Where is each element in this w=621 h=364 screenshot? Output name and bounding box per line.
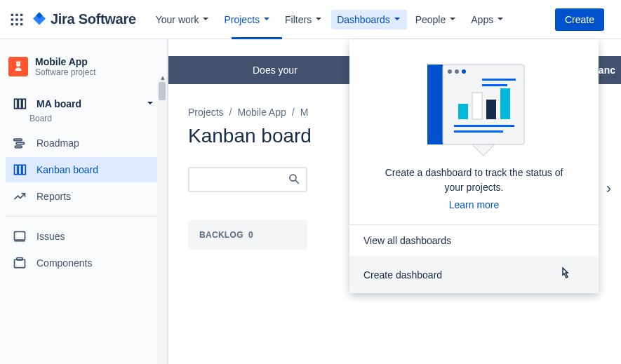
roadmap-icon (13, 136, 29, 150)
sidebar-scrollbar[interactable]: ▲ (157, 78, 167, 364)
svg-rect-5 (20, 18, 22, 20)
components-icon (13, 256, 29, 270)
sidebar-item-roadmap[interactable]: Roadmap (6, 130, 161, 156)
chevron-right-icon[interactable]: › (606, 180, 611, 198)
chevron-down-icon (393, 14, 401, 25)
chevron-down-icon (496, 14, 505, 25)
breadcrumb-item[interactable]: Projects (188, 107, 224, 118)
breadcrumb-item[interactable]: Mobile App (237, 107, 286, 118)
nav-dashboards[interactable]: Dashboards (331, 10, 407, 29)
scrollbar-thumb[interactable] (159, 82, 166, 100)
board-subtitle: Board (29, 114, 161, 123)
svg-rect-36 (458, 104, 468, 119)
svg-rect-8 (20, 23, 22, 25)
cursor-pointer-icon (558, 266, 572, 283)
jira-logo[interactable]: Jira Software (31, 11, 136, 28)
svg-point-25 (290, 175, 296, 181)
svg-rect-11 (16, 62, 20, 63)
project-icon (8, 57, 28, 76)
search-box[interactable] (188, 167, 307, 192)
chevron-down-icon (314, 14, 323, 25)
sidebar-item-label: Components (36, 257, 92, 269)
search-icon[interactable] (288, 173, 300, 187)
svg-rect-14 (22, 99, 25, 108)
sidebar-item-label: Roadmap (36, 137, 79, 149)
nav-apps[interactable]: Apps (465, 10, 510, 29)
dropdown-view-all-dashboards[interactable]: View all dashboards (349, 225, 599, 256)
sidebar: Mobile App Software project MA board Boa… (0, 39, 168, 364)
svg-rect-37 (472, 93, 482, 119)
svg-rect-12 (15, 99, 18, 108)
svg-point-31 (462, 69, 466, 74)
sidebar-item-label: Reports (36, 191, 71, 202)
svg-rect-32 (482, 79, 516, 81)
svg-rect-23 (15, 259, 25, 268)
svg-rect-21 (15, 231, 25, 240)
chevron-down-icon (201, 14, 210, 25)
svg-rect-6 (11, 23, 13, 25)
chevron-down-icon (262, 14, 271, 25)
svg-rect-0 (11, 13, 13, 15)
chevron-down-icon (146, 98, 154, 109)
top-nav: Jira Software Your work Projects Filters… (0, 0, 621, 39)
svg-rect-33 (482, 84, 507, 86)
project-header[interactable]: Mobile App Software project (0, 56, 167, 91)
create-button[interactable]: Create (555, 8, 604, 31)
nav-people[interactable]: People (410, 10, 463, 29)
sidebar-item-kanban[interactable]: Kanban board (6, 157, 161, 182)
sidebar-item-reports[interactable]: Reports (6, 184, 161, 209)
svg-point-29 (448, 69, 452, 74)
sidebar-item-label: Kanban board (36, 164, 98, 175)
app-switcher-icon[interactable] (8, 11, 25, 28)
board-icon (13, 163, 29, 177)
nav-your-work[interactable]: Your work (150, 10, 216, 29)
svg-rect-38 (486, 100, 496, 119)
svg-rect-15 (14, 139, 22, 141)
svg-rect-1 (15, 13, 18, 15)
svg-line-26 (295, 180, 299, 184)
scroll-up-icon: ▲ (159, 74, 166, 81)
svg-rect-16 (16, 142, 25, 144)
sidebar-item-issues[interactable]: Issues (6, 224, 161, 249)
svg-rect-27 (427, 65, 443, 144)
svg-rect-18 (15, 165, 18, 174)
column-count: 0 (248, 230, 253, 240)
dashboards-dropdown: Create a dashboard to track the status o… (349, 39, 599, 293)
sidebar-board-header[interactable]: MA board (6, 91, 161, 116)
sidebar-item-components[interactable]: Components (6, 250, 161, 276)
dashboard-illustration (349, 39, 599, 166)
chevron-down-icon (448, 14, 457, 25)
board-icon (13, 97, 29, 111)
svg-point-30 (455, 69, 459, 74)
logo-text: Jira Software (51, 11, 136, 27)
sidebar-divider (6, 216, 161, 217)
nav-projects[interactable]: Projects (218, 10, 276, 29)
learn-more-link[interactable]: Learn more (349, 199, 599, 210)
svg-rect-39 (500, 88, 510, 119)
svg-rect-2 (20, 13, 22, 15)
issues-icon (13, 229, 29, 243)
svg-marker-40 (472, 144, 495, 156)
svg-rect-3 (11, 18, 13, 20)
sidebar-item-label: Issues (36, 231, 65, 242)
svg-rect-4 (15, 18, 18, 20)
svg-rect-19 (18, 165, 21, 174)
project-title: Mobile App (35, 56, 96, 67)
dropdown-create-dashboard[interactable]: Create dashboard (349, 256, 599, 293)
nav-filters[interactable]: Filters (279, 10, 328, 29)
svg-rect-34 (454, 125, 514, 127)
svg-rect-13 (18, 99, 21, 108)
column-header-backlog[interactable]: BACKLOG 0 (188, 220, 307, 250)
svg-rect-17 (15, 146, 22, 148)
reports-icon (13, 189, 29, 203)
svg-rect-35 (454, 130, 503, 133)
dropdown-description: Create a dashboard to track the status o… (349, 166, 599, 195)
search-input[interactable] (203, 174, 288, 185)
svg-rect-7 (15, 23, 18, 25)
svg-rect-20 (22, 165, 25, 174)
project-subtitle: Software project (35, 67, 96, 77)
breadcrumb-item[interactable]: M (300, 107, 309, 118)
